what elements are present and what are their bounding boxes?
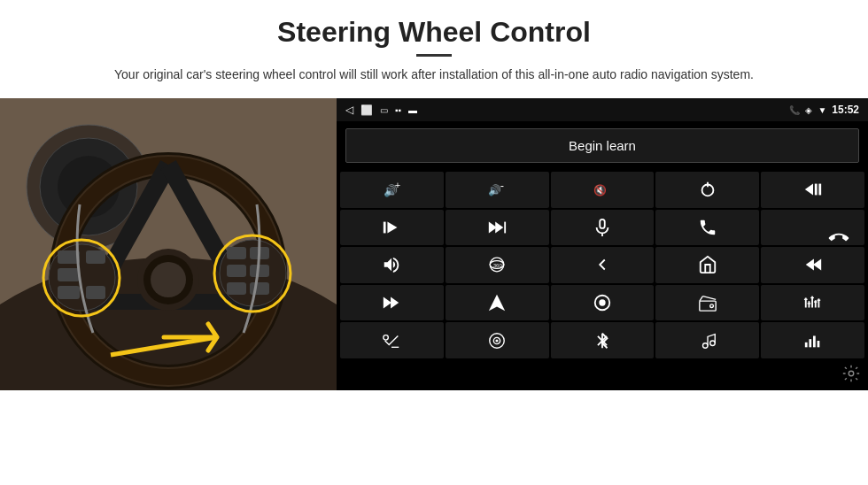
svg-rect-21 xyxy=(227,247,246,259)
svg-rect-37 xyxy=(814,184,817,196)
content-row: ◁ ⬜ ▭ ▪▪ ▬ 📞 ◈ ▼ 15:52 Begin learn xyxy=(0,98,868,485)
svg-rect-38 xyxy=(818,184,821,196)
svg-rect-26 xyxy=(250,282,269,295)
recents-nav-icon[interactable]: ▭ xyxy=(380,105,388,115)
page-title: Steering Wheel Control xyxy=(53,16,815,49)
svg-rect-43 xyxy=(504,221,506,233)
svg-rect-23 xyxy=(227,265,246,277)
header: Steering Wheel Control Your original car… xyxy=(0,0,868,91)
ff-button[interactable] xyxy=(340,285,444,321)
vol-up-button[interactable]: 🔊+ xyxy=(340,172,444,208)
svg-marker-49 xyxy=(805,259,813,271)
battery-icon: ▬ xyxy=(408,105,417,115)
svg-rect-39 xyxy=(384,221,386,233)
svg-point-57 xyxy=(710,304,714,308)
settings-icon[interactable] xyxy=(841,364,861,389)
svg-rect-79 xyxy=(813,335,816,347)
svg-point-13 xyxy=(151,262,186,297)
steering-bg xyxy=(0,98,337,390)
status-time: 15:52 xyxy=(832,104,859,116)
svg-marker-51 xyxy=(384,297,391,309)
svg-line-58 xyxy=(700,296,703,302)
svg-rect-25 xyxy=(227,282,246,295)
home-nav-icon[interactable]: ⬜ xyxy=(360,104,373,116)
svg-text:-: - xyxy=(500,180,504,192)
settings-bar xyxy=(337,362,868,390)
svg-rect-18 xyxy=(86,250,105,264)
begin-learn-row: Begin learn xyxy=(337,121,868,170)
header-description: Your original car's steering wheel contr… xyxy=(89,65,779,84)
svg-rect-78 xyxy=(809,339,811,347)
bluetooth-button[interactable] xyxy=(551,322,655,358)
svg-marker-36 xyxy=(804,184,812,196)
svg-point-55 xyxy=(600,300,605,305)
svg-point-75 xyxy=(702,343,708,348)
controls-grid: 🔊+ 🔊- 🔇 xyxy=(337,170,868,362)
music-button[interactable] xyxy=(655,322,759,358)
svg-rect-44 xyxy=(600,219,605,228)
speaker-button[interactable] xyxy=(340,247,444,283)
svg-rect-77 xyxy=(804,343,807,348)
android-panel: ◁ ⬜ ▭ ▪▪ ▬ 📞 ◈ ▼ 15:52 Begin learn xyxy=(337,98,868,390)
vol-down-button[interactable]: 🔊- xyxy=(446,172,549,208)
back-button[interactable] xyxy=(551,247,655,283)
status-bar: ◁ ⬜ ▭ ▪▪ ▬ 📞 ◈ ▼ 15:52 xyxy=(337,98,868,121)
svg-point-70 xyxy=(384,335,389,340)
rew-button[interactable] xyxy=(761,247,864,283)
svg-rect-17 xyxy=(58,286,80,299)
svg-text:🔇: 🔇 xyxy=(593,183,607,196)
mute-button[interactable]: 🔇 xyxy=(551,172,655,208)
svg-line-59 xyxy=(702,296,716,300)
header-divider xyxy=(416,54,452,57)
svg-point-76 xyxy=(710,341,716,346)
wifi-status-icon: ▼ xyxy=(818,105,826,115)
mic-button[interactable] xyxy=(551,210,655,246)
spectrum-button[interactable] xyxy=(761,322,864,358)
svg-marker-50 xyxy=(813,259,821,271)
eq-button[interactable] xyxy=(761,285,864,321)
svg-rect-16 xyxy=(58,268,80,281)
signal-icon: ▪▪ xyxy=(395,105,401,115)
svg-marker-42 xyxy=(495,221,503,233)
status-left: ◁ ⬜ ▭ ▪▪ ▬ xyxy=(345,104,417,116)
svg-rect-61 xyxy=(808,301,810,307)
svg-text:360°: 360° xyxy=(493,263,505,268)
location-status-icon: ◈ xyxy=(805,105,812,115)
svg-rect-19 xyxy=(86,286,105,299)
camera-button[interactable] xyxy=(446,322,549,358)
skip-fwd-button[interactable] xyxy=(446,210,549,246)
power-button[interactable] xyxy=(655,172,759,208)
svg-text:🔊: 🔊 xyxy=(488,183,501,196)
svg-marker-40 xyxy=(388,221,398,233)
next-button[interactable] xyxy=(340,210,444,246)
prev-track-button[interactable] xyxy=(761,172,864,208)
voice-button[interactable] xyxy=(340,322,444,358)
back-nav-icon[interactable]: ◁ xyxy=(345,104,353,116)
svg-rect-80 xyxy=(817,341,819,347)
radio-button[interactable] xyxy=(655,285,759,321)
home-button[interactable] xyxy=(655,247,759,283)
steering-wheel-image xyxy=(0,98,337,390)
svg-marker-52 xyxy=(391,297,399,309)
svg-text:+: + xyxy=(395,180,400,190)
status-right: 📞 ◈ ▼ 15:52 xyxy=(789,104,859,116)
svg-point-73 xyxy=(496,340,498,342)
svg-point-81 xyxy=(849,371,854,376)
begin-learn-button[interactable]: Begin learn xyxy=(345,128,859,163)
360-button[interactable]: 360° xyxy=(446,247,549,283)
phone-status-icon: 📞 xyxy=(789,105,800,115)
svg-marker-53 xyxy=(489,295,505,311)
phone-button[interactable] xyxy=(655,210,759,246)
nav-button[interactable] xyxy=(446,285,549,321)
hang-up-button[interactable] xyxy=(761,210,864,246)
page-wrapper: Steering Wheel Control Your original car… xyxy=(0,0,868,485)
media-button[interactable] xyxy=(551,285,655,321)
